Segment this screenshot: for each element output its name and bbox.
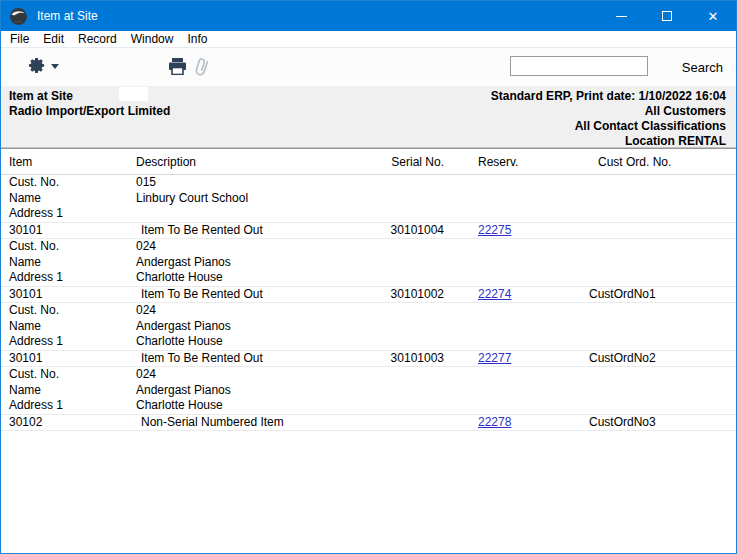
- column-header-description: Description: [136, 154, 366, 171]
- menu-file[interactable]: File: [9, 32, 36, 46]
- paperclip-icon: [194, 56, 210, 78]
- report-header-left: Item at Site Radio Import/Export Limited: [9, 89, 170, 119]
- item-code: 30101: [1, 287, 136, 303]
- field-value: Andergast Pianos: [136, 255, 366, 271]
- item-serial: 30101004: [366, 223, 444, 239]
- field-value: Charlotte House: [136, 270, 366, 286]
- field-value: 024: [136, 239, 366, 255]
- item-reserv-cell: 22275: [444, 223, 541, 239]
- customer-address1-row: Address 1: [1, 206, 736, 222]
- report-header: Item at Site Radio Import/Export Limited…: [1, 86, 736, 147]
- item-reserv-cell: 22278: [444, 415, 541, 431]
- customer-address1-row: Address 1Charlotte House: [1, 270, 736, 286]
- item-row: 30102Non-Serial Numbered Item22278CustOr…: [1, 414, 736, 432]
- close-icon: ✕: [708, 10, 719, 23]
- field-label: Address 1: [1, 334, 136, 350]
- operations-menu-button[interactable]: [28, 57, 59, 75]
- table-header-row: Item Description Serial No. Reserv. Cust…: [1, 154, 736, 171]
- item-code: 30101: [1, 223, 136, 239]
- item-description: Item To Be Rented Out: [136, 287, 366, 303]
- toolbar: Search: [1, 48, 736, 86]
- menu-record[interactable]: Record: [71, 32, 124, 46]
- reservation-link[interactable]: 22274: [478, 287, 511, 301]
- field-label: Name: [1, 191, 136, 207]
- menu-edit[interactable]: Edit: [36, 32, 71, 46]
- field-value: Andergast Pianos: [136, 383, 366, 399]
- report-title: Item at Site: [9, 89, 170, 104]
- menu-bar: File Edit Record Window Info: [1, 31, 736, 48]
- reservation-link[interactable]: 22277: [478, 351, 511, 365]
- column-header-item: Item: [1, 154, 136, 171]
- field-label: Name: [1, 255, 136, 271]
- customer-cust-no-row: Cust. No.024: [1, 239, 736, 255]
- item-row: 30101Item To Be Rented Out3010100322277C…: [1, 350, 736, 368]
- close-button[interactable]: ✕: [690, 1, 736, 31]
- item-cust-ord: CustOrdNo1: [541, 287, 736, 303]
- gear-icon: [28, 57, 46, 75]
- app-window: Item at Site ✕ File Edit Record Window I…: [0, 0, 737, 554]
- report-body: Cust. No.015NameLinbury Court SchoolAddr…: [1, 175, 736, 431]
- maximize-button[interactable]: [644, 1, 690, 31]
- field-label: Address 1: [1, 270, 136, 286]
- reservation-link[interactable]: 22275: [478, 223, 511, 237]
- customer-name-row: NameAndergast Pianos: [1, 255, 736, 271]
- report-meta-location: Location RENTAL: [491, 134, 726, 149]
- item-row: 30101Item To Be Rented Out3010100422275: [1, 222, 736, 240]
- attachments-button[interactable]: [194, 56, 210, 82]
- menu-info[interactable]: Info: [180, 32, 214, 46]
- column-header-serial: Serial No.: [366, 154, 444, 171]
- menu-window[interactable]: Window: [124, 32, 181, 46]
- item-cust-ord: CustOrdNo3: [541, 415, 736, 431]
- title-bar: Item at Site ✕: [1, 1, 736, 31]
- window-controls: ✕: [598, 1, 736, 31]
- report-table: Item Description Serial No. Reserv. Cust…: [1, 150, 736, 431]
- item-cust-ord: CustOrdNo2: [541, 351, 736, 367]
- item-serial: 30101002: [366, 287, 444, 303]
- report-meta-customers: All Customers: [491, 104, 726, 119]
- report-meta-printdate: Standard ERP, Print date: 1/10/2022 16:0…: [491, 89, 726, 104]
- customer-name-row: NameLinbury Court School: [1, 191, 736, 207]
- column-header-reserv: Reserv.: [444, 154, 541, 171]
- item-row: 30101Item To Be Rented Out3010100222274C…: [1, 286, 736, 304]
- item-serial: 30101003: [366, 351, 444, 367]
- minimize-icon: [616, 16, 627, 17]
- customer-address1-row: Address 1Charlotte House: [1, 334, 736, 350]
- field-label: Address 1: [1, 398, 136, 414]
- reservation-link[interactable]: 22278: [478, 415, 511, 429]
- maximize-icon: [662, 11, 672, 21]
- print-button[interactable]: [168, 58, 187, 79]
- app-logo-icon: [9, 7, 28, 26]
- customer-cust-no-row: Cust. No.024: [1, 367, 736, 383]
- field-label: Address 1: [1, 206, 136, 222]
- item-reserv-cell: 22274: [444, 287, 541, 303]
- report-company: Radio Import/Export Limited: [9, 104, 170, 119]
- field-label: Name: [1, 319, 136, 335]
- customer-name-row: NameAndergast Pianos: [1, 319, 736, 335]
- item-description: Non-Serial Numbered Item: [136, 415, 366, 431]
- item-description: Item To Be Rented Out: [136, 351, 366, 367]
- field-label: Cust. No.: [1, 239, 136, 255]
- chevron-down-icon: [51, 64, 59, 69]
- customer-address1-row: Address 1Charlotte House: [1, 398, 736, 414]
- printer-icon: [168, 58, 187, 75]
- field-label: Cust. No.: [1, 367, 136, 383]
- item-description: Item To Be Rented Out: [136, 223, 366, 239]
- field-value: 024: [136, 367, 366, 383]
- report-meta-classifications: All Contact Classifications: [491, 119, 726, 134]
- item-code: 30102: [1, 415, 136, 431]
- window-title: Item at Site: [37, 9, 98, 23]
- minimize-button[interactable]: [598, 1, 644, 31]
- search-button[interactable]: Search: [682, 60, 723, 75]
- report-header-right: Standard ERP, Print date: 1/10/2022 16:0…: [491, 89, 726, 149]
- search-input[interactable]: [510, 56, 648, 76]
- field-label: Name: [1, 383, 136, 399]
- item-code: 30101: [1, 351, 136, 367]
- item-reserv-cell: 22277: [444, 351, 541, 367]
- column-header-cust-ord: Cust Ord. No.: [541, 154, 736, 171]
- field-value: 015: [136, 175, 366, 191]
- field-value: Linbury Court School: [136, 191, 366, 207]
- field-value: 024: [136, 303, 366, 319]
- field-label: Cust. No.: [1, 303, 136, 319]
- field-value: Andergast Pianos: [136, 319, 366, 335]
- customer-cust-no-row: Cust. No.024: [1, 303, 736, 319]
